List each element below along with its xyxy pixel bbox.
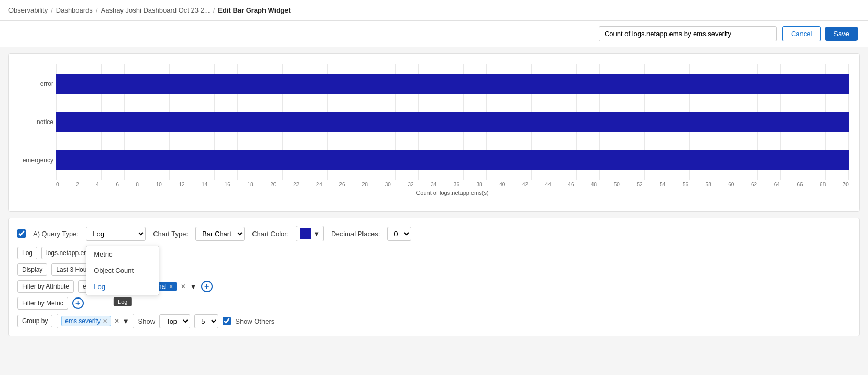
header-bar: Count of logs.netapp.ems by ems.severity… bbox=[0, 21, 868, 47]
breadcrumb-current: Edit Bar Graph Widget bbox=[218, 6, 291, 14]
group-by-tag: ems.severity ✕ bbox=[61, 316, 111, 326]
breadcrumb-dashboards[interactable]: Dashboards bbox=[56, 6, 93, 14]
group-by-label-pill[interactable]: Group by bbox=[17, 315, 52, 327]
top-select[interactable]: Top bbox=[159, 314, 190, 328]
chart-area: error notice emergency 0 2 bbox=[8, 53, 860, 212]
bar-fill-emergency bbox=[56, 150, 849, 170]
show-label: Show bbox=[138, 317, 156, 325]
save-button[interactable]: Save bbox=[825, 27, 858, 41]
group-by-dropdown-arrow[interactable]: ▼ bbox=[123, 317, 129, 325]
chart-type-select[interactable]: Bar Chart bbox=[195, 227, 245, 241]
color-dropdown-arrow: ▼ bbox=[313, 230, 320, 238]
bar-label-emergency: emergency bbox=[19, 157, 53, 164]
widget-name-input[interactable]: Count of logs.netapp.ems by ems.severity bbox=[599, 26, 777, 41]
config-area: A) Query Type: Metric Object Count Log M… bbox=[8, 218, 860, 336]
breadcrumb: Observability / Dashboards / Aashay Josh… bbox=[0, 0, 868, 21]
dropdown-item-metric[interactable]: Metric bbox=[86, 246, 159, 262]
query-type-select[interactable]: Metric Object Count Log bbox=[86, 227, 146, 241]
group-by-field: ems.severity ✕ ✕ ▼ bbox=[57, 314, 134, 328]
log-pill[interactable]: Log bbox=[17, 247, 37, 259]
x-axis-labels: 0 2 4 6 8 10 12 14 16 18 20 22 24 26 28 … bbox=[19, 182, 849, 188]
show-others-label: Show Others bbox=[235, 317, 274, 325]
cancel-button[interactable]: Cancel bbox=[782, 26, 821, 41]
bar-fill-notice bbox=[56, 112, 849, 132]
bar-fill-error bbox=[56, 74, 849, 94]
breadcrumb-observability[interactable]: Observability bbox=[8, 6, 48, 14]
config-row-5: Filter by Metric + bbox=[17, 297, 851, 310]
config-row-1: A) Query Type: Metric Object Count Log M… bbox=[17, 226, 851, 241]
breadcrumb-dashboard-name[interactable]: Aashay Joshi Dashboard Oct 23 2... bbox=[101, 6, 210, 14]
query-checkbox[interactable] bbox=[17, 229, 26, 238]
decimal-places-label: Decimal Places: bbox=[331, 230, 380, 238]
query-type-popup: Metric Object Count Log Log bbox=[86, 246, 159, 295]
chart-color-picker[interactable]: ▼ bbox=[296, 226, 324, 241]
decimal-places-select[interactable]: 0 bbox=[387, 227, 411, 241]
chart-type-label: Chart Type: bbox=[153, 230, 188, 238]
breadcrumb-sep-3: / bbox=[213, 6, 215, 14]
breadcrumb-sep-2: / bbox=[96, 6, 98, 14]
bar-label-error: error bbox=[19, 80, 53, 87]
x-axis-title: Count of logs.netapp.ems(s) bbox=[19, 190, 849, 196]
filter-attribute-tag-remove[interactable]: ✕ bbox=[169, 283, 173, 290]
chart-color-label: Chart Color: bbox=[252, 230, 289, 238]
dropdown-item-objectcount[interactable]: Object Count bbox=[86, 262, 159, 279]
filter-attribute-dropdown-arrow[interactable]: ▼ bbox=[190, 283, 197, 291]
filter-attribute-label-pill[interactable]: Filter by Attribute bbox=[17, 280, 74, 293]
query-type-label: A) Query Type: bbox=[33, 230, 79, 238]
filter-attribute-clear[interactable]: ✕ bbox=[181, 283, 186, 290]
bar-label-notice: notice bbox=[19, 118, 53, 126]
display-label-pill[interactable]: Display bbox=[17, 263, 47, 276]
filter-attribute-add-button[interactable]: + bbox=[201, 281, 213, 292]
group-by-tag-remove[interactable]: ✕ bbox=[103, 318, 107, 325]
group-by-clear[interactable]: ✕ bbox=[114, 317, 119, 325]
tooltip-log: Log bbox=[114, 297, 131, 306]
color-swatch bbox=[300, 228, 311, 239]
filter-metric-label-pill[interactable]: Filter by Metric bbox=[17, 297, 68, 310]
top-value-select[interactable]: 5 bbox=[194, 314, 218, 328]
breadcrumb-sep-1: / bbox=[51, 6, 53, 14]
filter-metric-add-button[interactable]: + bbox=[72, 297, 84, 309]
dropdown-item-log[interactable]: Log Log bbox=[86, 279, 159, 295]
query-type-dropdown-wrapper: Metric Object Count Log Metric Object Co… bbox=[86, 227, 146, 241]
show-others-checkbox[interactable] bbox=[223, 317, 231, 325]
config-row-6: Group by ems.severity ✕ ✕ ▼ Show Top 5 S… bbox=[17, 314, 851, 328]
chart-container: error notice emergency 0 2 bbox=[19, 64, 849, 201]
